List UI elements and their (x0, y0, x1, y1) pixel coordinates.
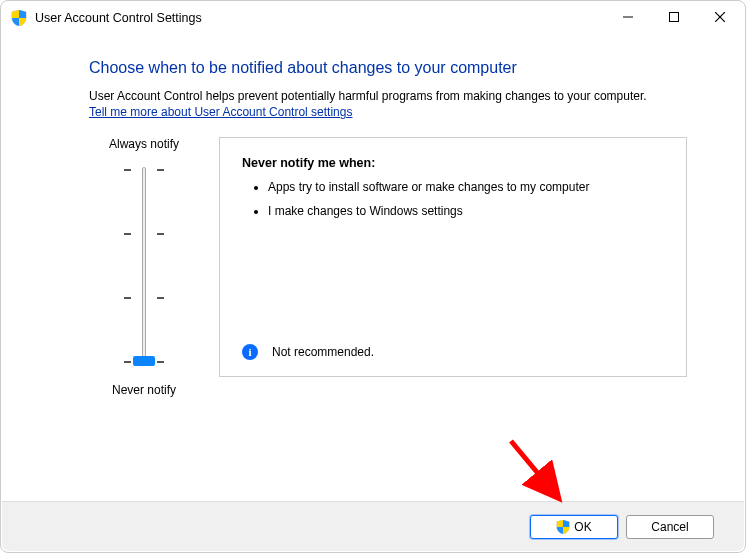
detail-title: Never notify me when: (242, 156, 664, 170)
window-controls (605, 1, 743, 35)
slider-bottom-label: Never notify (112, 383, 176, 397)
info-icon: i (242, 344, 258, 360)
slider-tick (124, 297, 131, 299)
titlebar: User Account Control Settings (1, 1, 745, 35)
window-title: User Account Control Settings (35, 11, 605, 25)
content-area: Choose when to be notified about changes… (1, 35, 745, 407)
cancel-button[interactable]: Cancel (626, 515, 714, 539)
slider-top-label: Always notify (109, 137, 179, 151)
slider-track (142, 167, 146, 365)
maximize-button[interactable] (651, 1, 697, 33)
svg-line-4 (511, 441, 556, 495)
minimize-button[interactable] (605, 1, 651, 33)
close-button[interactable] (697, 1, 743, 33)
detail-bullet: I make changes to Windows settings (268, 204, 664, 218)
slider-tick (124, 361, 131, 363)
page-description: User Account Control helps prevent poten… (89, 89, 687, 103)
help-link[interactable]: Tell me more about User Account Control … (89, 105, 352, 119)
minimize-icon (623, 12, 633, 22)
detail-panel: Never notify me when: Apps try to instal… (219, 137, 687, 377)
maximize-icon (669, 12, 679, 22)
svg-rect-1 (670, 13, 679, 22)
slider-thumb[interactable] (133, 356, 155, 366)
slider-tick (157, 169, 164, 171)
page-heading: Choose when to be notified about changes… (89, 59, 687, 77)
ok-button[interactable]: OK (530, 515, 618, 539)
slider-tick (124, 233, 131, 235)
detail-bullet: Apps try to install software or make cha… (268, 180, 664, 194)
uac-shield-icon (556, 520, 570, 534)
body-row: Always notify Never notify Never notify … (89, 137, 687, 397)
slider-tick (124, 169, 131, 171)
detail-list: Apps try to install software or make cha… (246, 180, 664, 228)
button-bar: OK Cancel (2, 501, 744, 551)
cancel-button-label: Cancel (651, 520, 688, 534)
notification-slider[interactable] (114, 161, 174, 371)
slider-tick (157, 297, 164, 299)
close-icon (715, 12, 725, 22)
slider-tick (157, 233, 164, 235)
recommendation-text: Not recommended. (272, 345, 374, 359)
uac-shield-icon (11, 10, 27, 26)
slider-column: Always notify Never notify (89, 137, 199, 397)
slider-tick (157, 361, 164, 363)
recommendation-row: i Not recommended. (242, 344, 664, 362)
ok-button-label: OK (574, 520, 591, 534)
